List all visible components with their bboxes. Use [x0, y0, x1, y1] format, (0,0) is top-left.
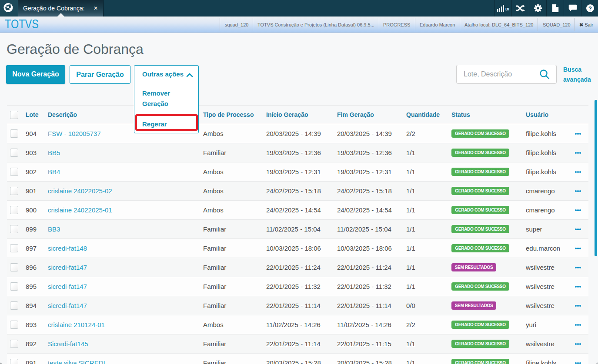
svg-text:?: ?	[588, 5, 592, 12]
svg-text:DI: DI	[505, 7, 509, 11]
